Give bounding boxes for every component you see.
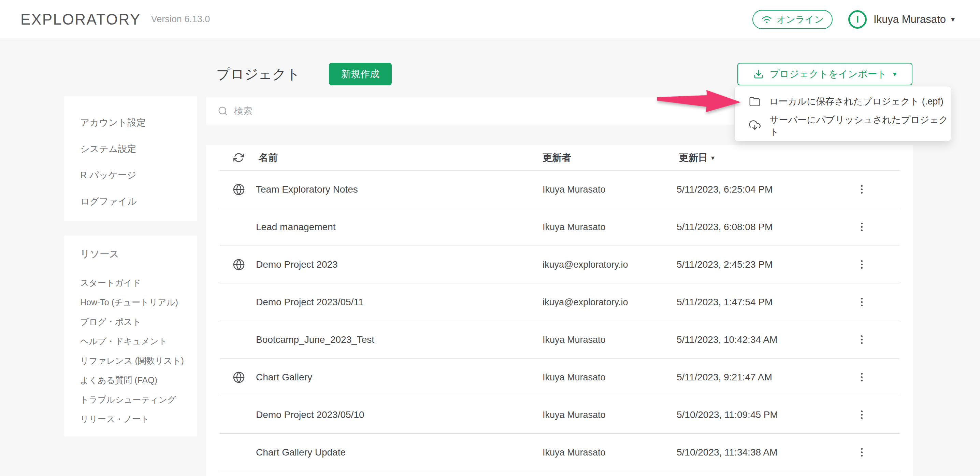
sidebar-item[interactable]: ヘルプ・ドキュメント xyxy=(80,332,197,351)
table-header-row: 名前 更新者 更新日 ▾ xyxy=(220,145,899,171)
sidebar-item[interactable]: アカウント設定 xyxy=(80,109,197,136)
project-updated-at: 5/11/2023, 6:08:08 PM xyxy=(677,222,773,233)
project-name[interactable]: Demo Project 2023/05/11 xyxy=(256,297,363,308)
sidebar-item-label: アカウント設定 xyxy=(80,117,146,129)
project-updated-at: 5/10/2023, 11:34:38 AM xyxy=(677,447,777,458)
search-icon xyxy=(218,106,228,116)
project-name[interactable]: Chart Gallery xyxy=(256,372,312,383)
row-kebab-menu[interactable] xyxy=(858,183,865,196)
online-status-label: オンライン xyxy=(776,13,824,26)
project-updated-at: 5/11/2023, 9:21:47 AM xyxy=(677,372,772,383)
cloud-download-icon xyxy=(749,120,760,132)
table-row[interactable]: Team Exploratory Notes Ikuya Murasato 5/… xyxy=(220,171,899,208)
project-updated-by: ikuya@exploratory.io xyxy=(542,297,628,307)
sidebar-item-label: ログファイル xyxy=(80,195,137,208)
menu-item-label: サーバーにパブリッシュされたプロジェクト xyxy=(770,114,951,138)
sidebar-item[interactable]: How-To (チュートリアル) xyxy=(80,292,197,312)
wifi-icon xyxy=(761,15,772,24)
menu-item-import-server[interactable]: サーバーにパブリッシュされたプロジェクト xyxy=(735,114,951,138)
project-updated-at: 5/11/2023, 1:47:54 PM xyxy=(677,297,773,308)
sidebar-item[interactable]: よくある質問 (FAQ) xyxy=(80,371,197,390)
sidebar-item[interactable]: スタートガイド xyxy=(80,273,197,292)
table-row[interactable]: Demo Project 2023/05/10 Ikuya Murasato 5… xyxy=(220,396,899,434)
title-row: プロジェクト 新規作成 プロジェクトをインポート ▾ xyxy=(206,63,913,85)
column-header-updated-by: 更新者 xyxy=(542,151,571,164)
refresh-icon[interactable] xyxy=(234,152,244,163)
globe-icon xyxy=(233,371,245,383)
row-kebab-menu[interactable] xyxy=(858,258,865,271)
chevron-down-icon: ▾ xyxy=(893,71,896,78)
import-dropdown-menu: ローカルに保存されたプロジェクト (.epf) サーバーにパブリッシュされたプロ… xyxy=(734,86,951,141)
project-name[interactable]: Lead management xyxy=(256,222,336,233)
sidebar-item[interactable]: ログファイル xyxy=(80,188,197,214)
row-kebab-menu[interactable] xyxy=(858,296,865,309)
app-header: EXPLORATORY Version 6.13.0 オンライン I Ikuya… xyxy=(0,0,980,39)
project-updated-by: Ikuya Murasato xyxy=(542,372,606,382)
exploratory-app: EXPLORATORY Version 6.13.0 オンライン I Ikuya… xyxy=(0,0,980,476)
avatar[interactable]: I xyxy=(848,10,867,29)
resources-list: スタートガイド How-To (チュートリアル) ブログ・ポスト ヘルプ・ドキュ… xyxy=(80,273,197,429)
download-icon xyxy=(753,69,764,79)
project-updated-by: ikuya@exploratory.io xyxy=(542,259,628,270)
row-kebab-menu[interactable] xyxy=(858,371,865,384)
sidebar-item-label: ブログ・ポスト xyxy=(80,316,141,327)
table-row[interactable]: Bootcamp_June_2023_Test Ikuya Murasato 5… xyxy=(220,321,899,359)
table-body: Team Exploratory Notes Ikuya Murasato 5/… xyxy=(206,171,913,471)
project-name[interactable]: Team Exploratory Notes xyxy=(256,184,358,195)
table-row[interactable]: Demo Project 2023/05/11 ikuya@explorator… xyxy=(220,283,899,321)
page-title: プロジェクト xyxy=(216,65,300,84)
app-logo: EXPLORATORY xyxy=(21,11,141,28)
sidebar-item[interactable]: ブログ・ポスト xyxy=(80,312,197,332)
row-kebab-menu[interactable] xyxy=(858,408,865,422)
table-row[interactable]: Lead management Ikuya Murasato 5/11/2023… xyxy=(220,208,899,246)
row-kebab-menu[interactable] xyxy=(858,220,865,233)
project-name[interactable]: Demo Project 2023 xyxy=(256,259,338,270)
sidebar-item[interactable]: リリース・ノート xyxy=(80,409,197,429)
project-updated-by: Ikuya Murasato xyxy=(542,447,606,458)
import-project-label: プロジェクトをインポート xyxy=(770,68,887,81)
create-new-button[interactable]: 新規作成 xyxy=(329,63,392,85)
project-updated-by: Ikuya Murasato xyxy=(542,184,606,195)
sidebar-item-label: R パッケージ xyxy=(80,169,137,181)
project-updated-at: 5/11/2023, 2:45:23 PM xyxy=(677,259,773,270)
row-kebab-menu[interactable] xyxy=(858,333,865,346)
row-kebab-menu[interactable] xyxy=(858,446,865,459)
project-name[interactable]: Bootcamp_June_2023_Test xyxy=(256,334,374,345)
sidebar-item-label: スタートガイド xyxy=(80,277,141,289)
version-label: Version 6.13.0 xyxy=(151,14,210,25)
search-input[interactable] xyxy=(234,105,644,117)
project-updated-by: Ikuya Murasato xyxy=(542,334,606,345)
table-row[interactable]: Demo Project 2023 ikuya@exploratory.io 5… xyxy=(220,246,899,283)
sidebar-item-label: リリース・ノート xyxy=(80,414,150,425)
column-header-updated-at[interactable]: 更新日 ▾ xyxy=(679,151,714,164)
table-row[interactable]: Chart Gallery Update Ikuya Murasato 5/10… xyxy=(220,434,899,471)
sidebar-item-label: How-To (チュートリアル) xyxy=(80,297,178,308)
sidebar-item-label: システム設定 xyxy=(80,143,137,155)
user-menu[interactable]: Ikuya Murasato ▾ xyxy=(873,13,955,26)
menu-item-import-local[interactable]: ローカルに保存されたプロジェクト (.epf) xyxy=(735,89,951,114)
import-project-button[interactable]: プロジェクトをインポート ▾ xyxy=(737,63,912,85)
chevron-down-icon: ▾ xyxy=(951,16,955,23)
project-updated-by: Ikuya Murasato xyxy=(542,409,606,420)
project-updated-at: 5/11/2023, 6:25:04 PM xyxy=(677,184,773,195)
sidebar-item[interactable]: システム設定 xyxy=(80,136,197,162)
create-new-label: 新規作成 xyxy=(341,68,379,81)
projects-table: 名前 更新者 更新日 ▾ xyxy=(206,145,913,476)
menu-item-label: ローカルに保存されたプロジェクト (.epf) xyxy=(769,95,943,107)
table-row[interactable]: Chart Gallery Ikuya Murasato 5/11/2023, … xyxy=(220,359,899,396)
sidebar-item-label: トラブルシューティング xyxy=(80,394,176,405)
online-status-badge: オンライン xyxy=(752,10,833,29)
sidebar-resources-card: リソース スタートガイド How-To (チュートリアル) ブログ・ポスト ヘル… xyxy=(64,236,197,436)
sidebar-item-label: よくある質問 (FAQ) xyxy=(80,375,157,386)
sidebar-item[interactable]: R パッケージ xyxy=(80,162,197,188)
sidebar-item[interactable]: リファレンス (関数リスト) xyxy=(80,351,197,371)
user-name-label: Ikuya Murasato xyxy=(873,13,946,26)
sidebar-item[interactable]: トラブルシューティング xyxy=(80,390,197,409)
project-name[interactable]: Demo Project 2023/05/10 xyxy=(256,409,364,420)
project-name[interactable]: Chart Gallery Update xyxy=(256,447,346,458)
project-updated-at: 5/11/2023, 10:42:34 AM xyxy=(677,334,777,345)
sort-desc-icon: ▾ xyxy=(711,154,714,161)
sidebar-settings-card: アカウント設定 システム設定 R パッケージ ログファイル xyxy=(64,96,197,221)
project-updated-by: Ikuya Murasato xyxy=(542,222,606,232)
folder-icon xyxy=(749,96,760,107)
